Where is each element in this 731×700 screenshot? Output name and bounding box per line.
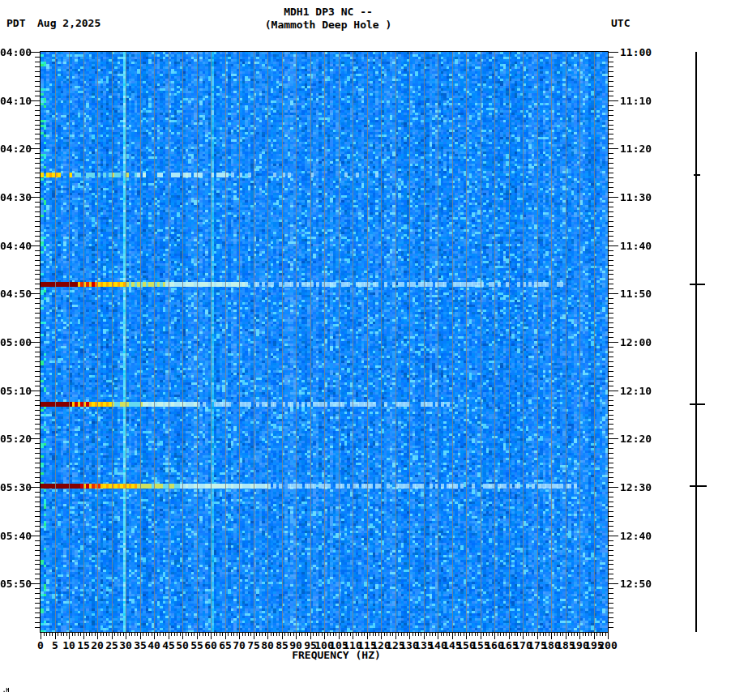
time-tick-left xyxy=(35,433,41,434)
freq-label: 20 xyxy=(91,640,104,651)
freq-tick xyxy=(409,632,410,639)
time-tick-left xyxy=(35,187,41,188)
freq-tick xyxy=(131,632,132,636)
time-tick-right xyxy=(608,366,613,367)
time-tick-right xyxy=(608,322,613,323)
time-tick-right xyxy=(608,250,613,251)
time-tick-left xyxy=(35,250,41,251)
time-tick-right xyxy=(608,241,613,241)
time-tick-right xyxy=(608,236,613,237)
amplitude-spike xyxy=(690,485,707,487)
time-tick-left xyxy=(35,477,41,478)
freq-tick xyxy=(447,632,447,636)
time-tick-right xyxy=(608,415,613,416)
time-tick-right xyxy=(608,192,613,193)
time-label-utc: 11:00 xyxy=(620,47,652,58)
freq-tick xyxy=(579,632,580,639)
time-tick-right xyxy=(608,526,613,527)
time-tick-right xyxy=(608,332,613,333)
amplitude-trace-line xyxy=(695,52,697,632)
freq-tick xyxy=(233,632,234,636)
time-tick-left xyxy=(35,598,41,599)
freq-tick xyxy=(452,632,453,639)
time-tick-left xyxy=(35,298,41,299)
freq-tick xyxy=(515,632,515,636)
spectrogram-heatmap xyxy=(41,52,608,632)
freq-tick xyxy=(605,632,606,636)
time-tick-right xyxy=(608,308,613,309)
freq-tick xyxy=(602,632,603,636)
freq-tick xyxy=(557,632,558,636)
freq-tick xyxy=(537,632,538,639)
time-tick-left xyxy=(35,182,41,183)
freq-tick xyxy=(528,632,529,636)
time-tick-left xyxy=(35,231,41,232)
time-tick-left xyxy=(35,627,41,628)
time-tick-left xyxy=(35,202,41,203)
time-label-utc: 11:10 xyxy=(620,96,652,106)
time-tick-right xyxy=(608,560,613,561)
time-tick-left xyxy=(35,622,41,623)
time-tick-left xyxy=(35,458,41,459)
freq-tick xyxy=(330,632,331,636)
time-tick-right xyxy=(608,139,613,139)
time-tick-right xyxy=(608,318,613,318)
freq-tick xyxy=(353,632,353,639)
time-tick-left xyxy=(35,415,41,416)
freq-tick xyxy=(256,632,257,636)
time-tick-right xyxy=(608,506,613,507)
freq-tick xyxy=(186,632,186,636)
freq-tick xyxy=(174,632,175,636)
time-tick-right xyxy=(608,458,613,459)
freq-tick xyxy=(503,632,504,636)
time-tick-left xyxy=(35,288,41,289)
freq-tick xyxy=(523,632,524,639)
time-tick-left xyxy=(35,497,41,497)
time-label-utc: 12:30 xyxy=(620,482,652,493)
freq-tick xyxy=(392,632,393,636)
time-tick-right xyxy=(608,617,613,618)
time-tick-left xyxy=(35,405,41,406)
time-tick-right xyxy=(608,173,613,173)
freq-tick xyxy=(41,632,41,639)
freq-tick xyxy=(356,632,357,636)
freq-tick xyxy=(143,632,143,636)
time-label-utc: 11:20 xyxy=(620,143,652,154)
freq-tick xyxy=(216,632,217,636)
freq-tick xyxy=(464,632,464,636)
time-tick-left xyxy=(35,236,41,237)
time-tick-right xyxy=(608,279,613,280)
freq-tick xyxy=(271,632,271,636)
time-tick-right xyxy=(608,207,613,207)
time-tick-left xyxy=(35,516,41,517)
time-tick-right xyxy=(608,386,613,386)
freq-tick xyxy=(112,632,113,639)
time-tick-left xyxy=(35,332,41,333)
time-label-utc: 12:10 xyxy=(620,386,652,396)
time-tick-left xyxy=(35,207,41,207)
time-tick-left xyxy=(35,545,41,546)
time-tick-right xyxy=(608,52,618,53)
freq-tick xyxy=(435,632,436,636)
time-tick-left xyxy=(35,129,41,130)
time-tick-right xyxy=(608,158,613,159)
time-tick-right xyxy=(608,627,613,628)
freq-tick xyxy=(208,632,209,636)
time-label-pdt: 05:30 xyxy=(0,482,31,493)
freq-tick xyxy=(432,632,433,636)
freq-tick xyxy=(169,632,169,639)
time-tick-right xyxy=(608,110,613,111)
time-tick-left xyxy=(35,255,41,256)
freq-tick xyxy=(154,632,155,639)
freq-tick xyxy=(80,632,81,636)
freq-tick xyxy=(69,632,70,639)
freq-tick xyxy=(401,632,402,636)
time-tick-right xyxy=(608,482,613,483)
time-tick-left xyxy=(35,143,41,144)
date-label: Aug 2,2025 xyxy=(37,17,100,29)
time-tick-left xyxy=(35,560,41,561)
time-tick-right xyxy=(608,177,613,178)
time-tick-left xyxy=(35,221,41,222)
time-tick-left xyxy=(35,177,41,178)
freq-tick xyxy=(126,632,126,639)
